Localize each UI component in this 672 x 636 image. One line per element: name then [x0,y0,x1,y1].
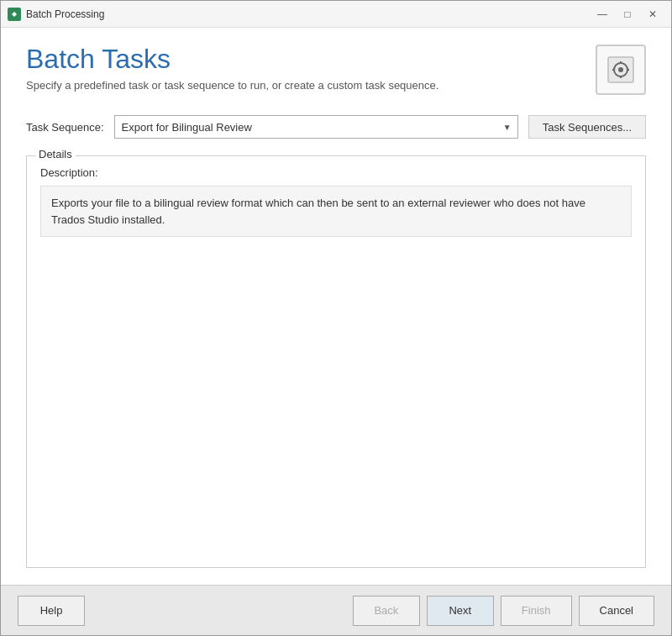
description-label: Description: [40,166,632,179]
batch-tasks-icon [596,45,646,95]
description-text: Exports your file to a bilingual review … [40,186,632,237]
batch-processing-window: Batch Processing — □ ✕ Batch Tasks Speci… [0,0,672,636]
header-section: Batch Tasks Specify a predefined task or… [26,45,646,95]
minimize-button[interactable]: — [591,5,614,24]
task-sequences-button[interactable]: Task Sequences... [528,115,646,139]
page-subtitle: Specify a predefined task or task sequen… [26,79,438,92]
back-button[interactable]: Back [353,596,420,626]
header-left: Batch Tasks Specify a predefined task or… [26,45,438,92]
content-area: Batch Tasks Specify a predefined task or… [1,28,671,585]
task-sequence-label: Task Sequence: [26,121,104,134]
finish-button[interactable]: Finish [501,596,572,626]
svg-point-3 [618,67,623,72]
help-button[interactable]: Help [18,596,85,626]
title-bar: Batch Processing — □ ✕ [1,1,671,28]
next-button[interactable]: Next [427,596,494,626]
app-icon [8,8,21,21]
footer: Help Back Next Finish Cancel [1,585,671,635]
details-group: Details Description: Exports your file t… [26,155,646,568]
maximize-button[interactable]: □ [616,5,639,24]
title-bar-controls: — □ ✕ [591,5,664,24]
cancel-button[interactable]: Cancel [579,596,654,626]
task-sequence-select-wrapper: Export for Bilingual Review Translate Si… [114,115,518,139]
title-bar-text: Batch Processing [26,8,591,20]
task-sequence-select[interactable]: Export for Bilingual Review Translate Si… [114,115,518,139]
footer-right-buttons: Back Next Finish Cancel [353,596,654,626]
details-legend: Details [35,148,76,160]
page-title: Batch Tasks [26,45,438,74]
close-button[interactable]: ✕ [641,5,664,24]
task-sequence-row: Task Sequence: Export for Bilingual Revi… [26,115,646,139]
